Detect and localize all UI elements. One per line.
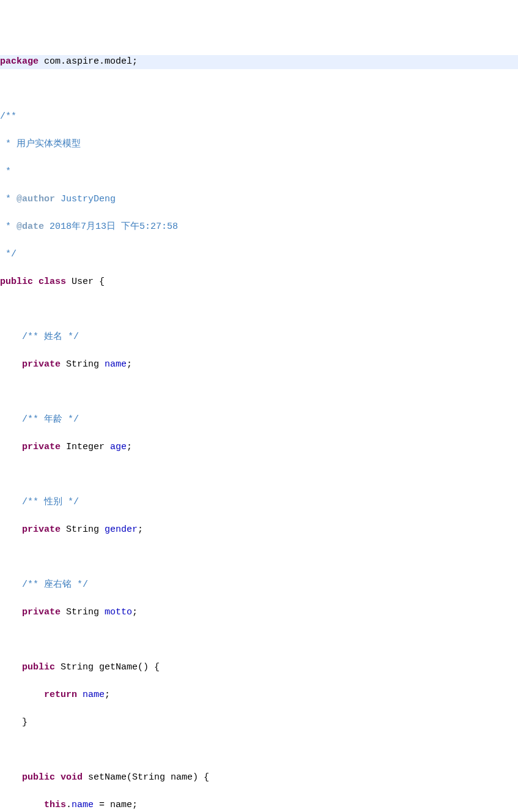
line-javadoc-blank: *: [0, 165, 518, 179]
line-javadoc-open: /**: [0, 110, 518, 124]
kw-private: private: [22, 359, 61, 370]
comment-gender: /** 性别 */: [0, 497, 79, 507]
field-gender: gender: [105, 524, 138, 535]
javadoc-author-val: JustryDeng: [55, 194, 116, 204]
setname-sig: setName(String name) {: [83, 772, 209, 783]
line-blank: [0, 303, 518, 317]
package-name: com.aspire.model;: [39, 56, 138, 67]
line-field-gender: private String gender;: [0, 523, 518, 537]
javadoc-close: */: [0, 249, 17, 259]
line-comment-age: /** 年龄 */: [0, 413, 518, 427]
javadoc-date-val: 2018年7月13日 下午5:27:58: [44, 222, 178, 232]
kw-void: void: [61, 772, 83, 783]
kw-private: private: [22, 607, 61, 617]
comment-name: /** 姓名 */: [0, 332, 79, 342]
javadoc-author-tag: @author: [17, 194, 55, 204]
kw-package: package: [0, 56, 39, 67]
javadoc-blank: *: [0, 166, 11, 177]
kw-return: return: [44, 690, 77, 700]
line-setname: public void setName(String name) {: [0, 771, 518, 785]
field-name: name: [105, 359, 127, 370]
line-getname: public String getName() {: [0, 661, 518, 675]
kw-public: public: [22, 662, 55, 672]
class-name: User {: [66, 277, 105, 287]
field-name: name: [72, 800, 94, 810]
line-comment-name: /** 姓名 */: [0, 330, 518, 345]
line-field-age: private Integer age;: [0, 441, 518, 455]
kw-class: class: [39, 277, 66, 287]
javadoc-open: /**: [0, 111, 17, 122]
kw-private: private: [22, 442, 61, 452]
comment-age: /** 年龄 */: [0, 414, 79, 425]
line-comment-motto: /** 座右铭 */: [0, 578, 518, 592]
line-package: package com.aspire.model;: [0, 55, 518, 69]
line-javadoc-date: * @date 2018年7月13日 下午5:27:58: [0, 220, 518, 234]
line-comment-gender: /** 性别 */: [0, 496, 518, 510]
javadoc-author-pre: *: [0, 194, 17, 204]
kw-public: public: [0, 277, 33, 287]
line-javadoc-desc: * 用户实体类模型: [0, 138, 518, 152]
field-age: age: [110, 442, 127, 452]
comment-motto: /** 座右铭 */: [0, 579, 88, 590]
line-class-decl: public class User {: [0, 275, 518, 289]
line-field-motto: private String motto;: [0, 606, 518, 620]
field-name: name: [83, 690, 105, 700]
line-blank: [0, 743, 518, 758]
line-close: }: [0, 716, 518, 730]
type-string: String: [61, 607, 105, 617]
line-field-name: private String name;: [0, 358, 518, 372]
line-javadoc-author: * @author JustryDeng: [0, 193, 518, 207]
kw-private: private: [22, 524, 61, 535]
line-javadoc-close: */: [0, 248, 518, 262]
javadoc-date-tag: @date: [17, 222, 44, 232]
line-getname-ret: return name;: [0, 688, 518, 702]
type-string: String: [61, 359, 105, 370]
line-blank: [0, 83, 518, 97]
getname-sig: String getName() {: [55, 662, 160, 672]
line-blank: [0, 551, 518, 565]
kw-this: this: [44, 800, 66, 810]
line-blank: [0, 633, 518, 647]
kw-public: public: [22, 772, 55, 783]
line-blank: [0, 386, 518, 400]
code-block: package com.aspire.model; /** * 用户实体类模型 …: [0, 42, 518, 813]
type-string: String: [61, 524, 105, 535]
line-setname-body: this.name = name;: [0, 799, 518, 812]
javadoc-desc: * 用户实体类模型: [0, 139, 81, 149]
type-integer: Integer: [61, 442, 110, 452]
line-blank: [0, 468, 518, 482]
javadoc-date-pre: *: [0, 222, 17, 232]
field-motto: motto: [105, 607, 132, 617]
